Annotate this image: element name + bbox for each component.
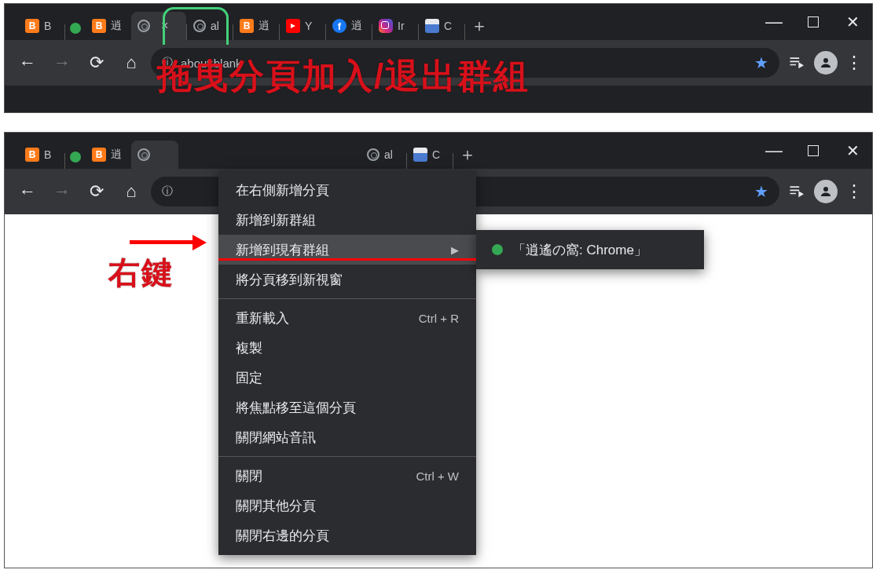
- shortcut-text: Ctrl + W: [416, 469, 459, 483]
- svg-point-1: [823, 187, 828, 192]
- tab-blogger-0[interactable]: B B: [19, 141, 64, 169]
- annotation-drag-text: 拖曳分頁加入/退出群組: [157, 53, 530, 100]
- instagram-icon: [379, 19, 393, 33]
- maximize-button[interactable]: [794, 135, 833, 166]
- browser-menu-button[interactable]: ⋮: [844, 181, 864, 202]
- tab-blogger-2[interactable]: B 逍: [233, 12, 279, 40]
- blogger-icon: B: [92, 148, 106, 162]
- annotation-underline: [218, 258, 476, 261]
- menu-separator: [218, 298, 476, 299]
- close-window-button[interactable]: ✕: [833, 135, 872, 166]
- ctx-add-to-new-group[interactable]: 新增到新群組: [218, 205, 476, 235]
- tab-globe-al[interactable]: al: [187, 12, 233, 40]
- globe-icon: [138, 148, 150, 161]
- media-control-icon[interactable]: [784, 180, 808, 203]
- tab-strip: B B B 逍 al: [19, 133, 754, 169]
- tab-label: C: [432, 148, 440, 161]
- submenu-group-label: 「逍遙の窩: Chrome」: [512, 241, 647, 259]
- svg-point-0: [823, 58, 828, 63]
- tab-blogger-0[interactable]: B B: [19, 12, 64, 40]
- tab-globe-al[interactable]: al: [361, 141, 406, 169]
- globe-icon: [367, 148, 380, 161]
- ctx-focus-this-tab[interactable]: 將焦點移至這個分頁: [218, 393, 476, 422]
- tab-label: Ir: [398, 20, 405, 32]
- close-tab-icon[interactable]: ×: [161, 19, 168, 33]
- ctx-close-others[interactable]: 關閉其他分頁: [218, 491, 476, 520]
- blogger-icon: B: [240, 19, 254, 33]
- profile-avatar[interactable]: [814, 51, 838, 75]
- back-button[interactable]: ←: [13, 177, 42, 206]
- profile-avatar[interactable]: [814, 180, 838, 203]
- tab-webstore[interactable]: C: [419, 12, 464, 40]
- bookmark-star-icon[interactable]: ★: [754, 53, 768, 72]
- forward-button[interactable]: →: [47, 177, 77, 206]
- tab-label: C: [444, 20, 452, 32]
- tab-right-click-target[interactable]: [131, 141, 178, 169]
- tab-label: Y: [305, 20, 312, 32]
- tab-webstore[interactable]: C: [407, 141, 453, 169]
- blogger-icon: B: [25, 148, 39, 162]
- back-button[interactable]: ←: [13, 48, 42, 78]
- chrome-store-icon: [413, 148, 427, 162]
- site-info-icon[interactable]: ⓘ: [162, 184, 173, 199]
- reload-button[interactable]: ⟳: [82, 48, 112, 78]
- tab-label: B: [44, 148, 51, 161]
- tab-active-blank[interactable]: ×: [131, 12, 186, 40]
- annotation-right-click-label: 右鍵: [108, 251, 174, 294]
- ctx-move-to-new-window[interactable]: 將分頁移到新視窗: [218, 265, 476, 294]
- reload-button[interactable]: ⟳: [82, 177, 112, 206]
- globe-icon: [138, 20, 150, 32]
- ctx-mute-site[interactable]: 關閉網站音訊: [218, 422, 476, 452]
- close-window-button[interactable]: ✕: [833, 6, 872, 38]
- tab-context-menu: 在右側新增分頁 新增到新群組 新增到現有群組 ▶ 將分頁移到新視窗 重新載入 C…: [218, 170, 476, 555]
- new-tab-button[interactable]: ＋: [453, 141, 482, 169]
- ctx-close-right[interactable]: 關閉右邊的分頁: [218, 520, 476, 550]
- tab-strip: B B B 逍 × al: [19, 4, 754, 40]
- tab-label: B: [44, 20, 51, 32]
- tab-label: 逍: [258, 19, 270, 33]
- tab-group-indicator[interactable]: [70, 23, 81, 34]
- submenu-group-item[interactable]: 「逍遙の窩: Chrome」: [476, 235, 704, 265]
- facebook-icon: f: [332, 19, 346, 33]
- tab-label: al: [211, 20, 219, 32]
- tab-facebook[interactable]: f 逍: [326, 12, 372, 40]
- browser-menu-button[interactable]: ⋮: [844, 53, 864, 73]
- globe-icon: [193, 20, 206, 32]
- shortcut-text: Ctrl + R: [419, 312, 459, 325]
- tab-label: 逍: [111, 19, 122, 33]
- ctx-duplicate[interactable]: 複製: [218, 333, 476, 363]
- ctx-close[interactable]: 關閉 Ctrl + W: [218, 461, 476, 491]
- ctx-reload[interactable]: 重新載入 Ctrl + R: [218, 303, 476, 333]
- home-button[interactable]: ⌂: [116, 177, 146, 206]
- tab-label: al: [384, 148, 393, 161]
- menu-separator: [218, 456, 476, 457]
- minimize-button[interactable]: —: [754, 6, 794, 38]
- blogger-icon: B: [25, 19, 39, 33]
- maximize-button[interactable]: [794, 6, 833, 38]
- bookmark-star-icon[interactable]: ★: [754, 182, 768, 201]
- window-controls: — ✕: [754, 133, 872, 169]
- tab-youtube[interactable]: Y: [280, 12, 325, 40]
- window-controls: — ✕: [754, 4, 872, 40]
- media-control-icon[interactable]: [784, 51, 808, 75]
- blogger-icon: B: [92, 19, 106, 33]
- minimize-button[interactable]: —: [754, 135, 794, 166]
- annotation-arrow: [130, 234, 208, 251]
- ctx-pin[interactable]: 固定: [218, 363, 476, 393]
- tab-instagram[interactable]: Ir: [372, 12, 418, 40]
- tab-label: 逍: [351, 19, 362, 33]
- forward-button[interactable]: →: [47, 48, 77, 78]
- tab-blogger-1[interactable]: B 逍: [86, 141, 131, 169]
- group-color-dot-icon: [492, 244, 503, 255]
- existing-group-submenu: 「逍遙の窩: Chrome」: [476, 230, 704, 269]
- submenu-arrow-icon: ▶: [451, 244, 459, 256]
- ctx-new-tab-right[interactable]: 在右側新增分頁: [218, 175, 476, 205]
- new-tab-button[interactable]: ＋: [465, 12, 493, 40]
- tab-group-indicator[interactable]: [70, 152, 81, 163]
- chrome-store-icon: [425, 19, 439, 33]
- tab-label: 逍: [111, 148, 122, 162]
- tab-blogger-1[interactable]: B 逍: [86, 12, 131, 40]
- youtube-icon: [286, 19, 300, 33]
- home-button[interactable]: ⌂: [116, 48, 146, 78]
